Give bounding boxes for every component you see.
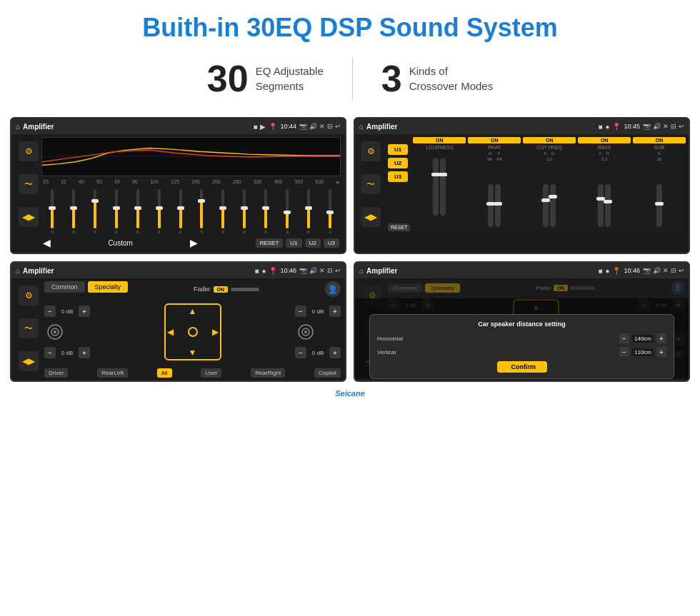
sp-btn-driver[interactable]: Driver — [44, 368, 68, 378]
vol-icon-4[interactable]: 🔊 — [653, 267, 661, 274]
dialog-horizontal-minus[interactable]: − — [619, 333, 629, 343]
sp-btn-rearright[interactable]: RearRight — [251, 368, 285, 378]
cx-bass-slider1[interactable] — [598, 184, 604, 227]
sp-btn-copilot[interactable]: Copilot — [314, 368, 341, 378]
eq-slider-2[interactable]: 0 — [64, 189, 84, 234]
vol-icon-2[interactable]: 🔊 — [653, 123, 661, 130]
cx-vol-icon[interactable]: ◀▶ — [361, 207, 381, 227]
dialog-vertical-plus[interactable]: + — [656, 347, 666, 357]
back-icon-2[interactable]: ↩ — [679, 123, 684, 130]
cx-sub-slider1[interactable] — [656, 184, 662, 227]
home-icon-1[interactable]: ⌂ — [16, 123, 20, 131]
sp-fader-track[interactable] — [231, 288, 259, 291]
eq-slider-14[interactable]: -1 — [320, 189, 339, 234]
cx-sub-on[interactable]: ON — [633, 137, 686, 143]
cx-bass-slider2[interactable] — [605, 184, 611, 227]
eq-next-btn[interactable]: ▶ — [190, 237, 198, 248]
eq-u2-btn[interactable]: U2 — [305, 238, 321, 248]
cx-loudness-slider2[interactable] — [440, 158, 446, 216]
sp-tab-common[interactable]: Common — [44, 281, 85, 293]
sp-btn-all[interactable]: All — [157, 368, 172, 378]
cx-bass-on[interactable]: ON — [578, 137, 631, 143]
eq-reset-btn[interactable]: RESET — [256, 238, 284, 248]
cx-loudness-on[interactable]: ON — [413, 137, 466, 143]
sp-arrow-right[interactable]: ▶ — [212, 327, 219, 337]
sp-user-icon[interactable]: 👤 — [325, 281, 341, 297]
cx-phat-slider1[interactable] — [488, 184, 494, 227]
cx-phat-on[interactable]: ON — [468, 137, 521, 143]
sp-top-controls: Common Specialty Fader ON 👤 — [44, 281, 341, 297]
back-icon-1[interactable]: ↩ — [335, 123, 341, 130]
sp-wave-icon[interactable]: 〜 — [19, 318, 39, 338]
sp-plus-2[interactable]: + — [79, 347, 90, 358]
window-icon-3[interactable]: ⊟ — [327, 267, 333, 274]
home-icon-4[interactable]: ⌂ — [359, 267, 364, 275]
cx-phat-slider2[interactable] — [495, 184, 501, 227]
sp-filter-icon[interactable]: ⚙ — [19, 286, 39, 306]
close-icon-2[interactable]: ✕ — [663, 123, 669, 130]
eq-slider-4[interactable]: 0 — [107, 189, 126, 234]
play-icon-1[interactable]: ▶ — [260, 123, 266, 131]
eq-slider-10[interactable]: 0 — [235, 189, 254, 234]
sp-db-val-1: 0 dB — [58, 308, 76, 315]
sp-plus-4[interactable]: + — [329, 347, 341, 358]
sp-tab-specialty[interactable]: Specialty — [88, 281, 129, 293]
vol-icon-1[interactable]: 🔊 — [309, 123, 317, 130]
cx-loudness-slider1[interactable] — [433, 158, 439, 216]
sp-on-pill[interactable]: ON — [214, 286, 229, 293]
eq-slider-7[interactable]: 0 — [171, 189, 190, 234]
sb-icons-4: 📷 🔊 ✕ ⊟ ↩ — [643, 267, 684, 274]
cx-reset-btn[interactable]: RESET — [388, 223, 410, 231]
eq-slider-9[interactable]: 0 — [214, 189, 233, 234]
eq-wave-icon[interactable]: 〜 — [19, 174, 39, 194]
cx-u3-btn[interactable]: U3 — [388, 171, 408, 182]
home-icon-3[interactable]: ⌂ — [16, 267, 20, 275]
sp-btn-user[interactable]: User — [201, 368, 221, 378]
dialog-vertical-minus[interactable]: − — [619, 347, 629, 357]
eq-u1-btn[interactable]: U1 — [286, 238, 301, 248]
cx-u1-btn[interactable]: U1 — [388, 144, 408, 155]
window-icon-1[interactable]: ⊟ — [327, 123, 333, 130]
sp-btn-rearleft[interactable]: RearLeft — [97, 368, 128, 378]
dialog-horizontal-plus[interactable]: + — [656, 333, 666, 343]
cx-cutfreq-slider1[interactable] — [543, 184, 549, 227]
cx-cutfreq-on[interactable]: ON — [523, 137, 576, 143]
eq-filter-icon[interactable]: ⚙ — [19, 141, 39, 161]
sp-minus-3[interactable]: − — [295, 306, 306, 317]
eq-slider-5[interactable]: 0 — [128, 189, 147, 234]
close-icon-4[interactable]: ✕ — [663, 267, 669, 274]
vol-icon-3[interactable]: 🔊 — [309, 267, 317, 274]
cx-filter-icon[interactable]: ⚙ — [361, 141, 381, 161]
cx-wave-icon[interactable]: 〜 — [361, 174, 381, 194]
close-icon-3[interactable]: ✕ — [319, 267, 325, 274]
sp-minus-1[interactable]: − — [44, 306, 56, 317]
eq-slider-8[interactable]: 5 — [192, 189, 211, 234]
sp-vol-icon[interactable]: ◀▶ — [19, 351, 39, 371]
cx-cutfreq-slider2[interactable] — [550, 184, 556, 227]
window-icon-4[interactable]: ⊟ — [671, 267, 676, 274]
close-icon-1[interactable]: ✕ — [319, 123, 325, 130]
eq-u3-btn[interactable]: U3 — [324, 238, 339, 248]
eq-vol-icon[interactable]: ◀▶ — [19, 207, 39, 227]
eq-slider-3[interactable]: 5 — [86, 189, 105, 234]
sp-arrow-up[interactable]: ▲ — [189, 306, 197, 316]
home-icon-2[interactable]: ⌂ — [359, 123, 364, 131]
sp-plus-1[interactable]: + — [79, 306, 90, 317]
sp-arrow-left[interactable]: ◀ — [167, 327, 174, 337]
sp-arrow-down[interactable]: ▼ — [189, 348, 197, 358]
eq-slider-13[interactable]: 0 — [299, 189, 318, 234]
eq-prev-btn[interactable]: ◀ — [43, 237, 51, 248]
back-icon-3[interactable]: ↩ — [335, 267, 341, 274]
back-icon-4[interactable]: ↩ — [679, 267, 684, 274]
sp-tabs: Common Specialty — [44, 281, 128, 293]
sp-minus-4[interactable]: − — [295, 347, 306, 358]
eq-slider-12[interactable]: -1 — [277, 189, 296, 234]
eq-slider-6[interactable]: 0 — [149, 189, 169, 234]
eq-slider-11[interactable]: 0 — [256, 189, 276, 234]
sp-minus-2[interactable]: − — [44, 347, 56, 358]
sp-plus-3[interactable]: + — [329, 306, 341, 317]
cx-u2-btn[interactable]: U2 — [388, 158, 408, 168]
dialog-confirm-btn[interactable]: Confirm — [497, 361, 547, 373]
eq-slider-1[interactable]: 0 — [43, 189, 62, 234]
window-icon-2[interactable]: ⊟ — [671, 123, 676, 130]
